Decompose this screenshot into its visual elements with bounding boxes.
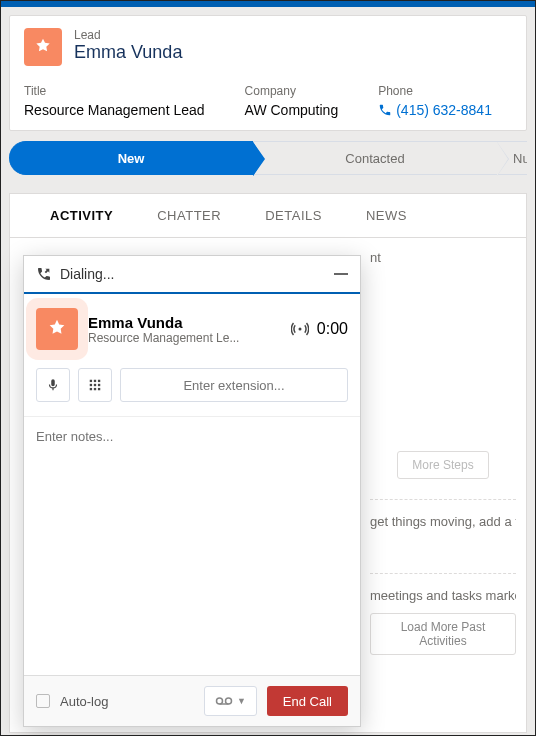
field-label-title: Title [24, 84, 205, 98]
voicemail-icon [215, 696, 233, 706]
callee-avatar [36, 308, 78, 350]
dialer-status: Dialing... [60, 266, 114, 282]
callee-name: Emma Vunda [88, 314, 239, 331]
end-call-button[interactable]: End Call [267, 686, 348, 716]
field-value-company: AW Computing [245, 102, 339, 118]
svg-rect-4 [94, 384, 96, 386]
record-name: Emma Vunda [74, 42, 182, 63]
svg-rect-3 [90, 384, 92, 386]
broadcast-icon [291, 320, 309, 338]
field-label-company: Company [245, 84, 339, 98]
extension-input[interactable] [120, 368, 348, 402]
bg-row-1: get things moving, add a task o [370, 499, 516, 533]
svg-point-9 [216, 698, 222, 704]
callee-title: Resource Management Le... [88, 331, 239, 345]
keypad-icon [88, 378, 102, 392]
phone-link[interactable]: (415) 632-8841 [378, 102, 492, 118]
svg-rect-5 [98, 384, 100, 386]
phone-out-icon [36, 266, 52, 282]
record-type-label: Lead [74, 28, 182, 42]
record-highlights: Lead Emma Vunda Title Resource Managemen… [9, 15, 527, 131]
keypad-button[interactable] [78, 368, 112, 402]
autolog-label: Auto-log [60, 694, 108, 709]
lead-icon [24, 28, 62, 66]
path-stage-contacted[interactable]: Contacted [253, 141, 497, 175]
microphone-icon [46, 378, 60, 392]
bg-text-nt: nt [370, 250, 516, 265]
field-label-phone: Phone [378, 84, 492, 98]
voicemail-dropdown[interactable]: ▼ [204, 686, 257, 716]
tab-details[interactable]: DETAILS [243, 194, 344, 237]
tab-activity[interactable]: ACTIVITY [28, 194, 135, 237]
svg-rect-1 [94, 380, 96, 382]
dialer-popup: Dialing... Emma Vunda Resource Managemen… [23, 255, 361, 727]
call-timer: 0:00 [317, 320, 348, 338]
svg-point-10 [225, 698, 231, 704]
notes-textarea[interactable] [36, 429, 348, 663]
bg-row-2: meetings and tasks marked a [370, 573, 516, 607]
field-value-title: Resource Management Lead [24, 102, 205, 118]
autolog-checkbox[interactable] [36, 694, 50, 708]
chevron-down-icon: ▼ [237, 696, 246, 706]
svg-rect-8 [98, 388, 100, 390]
tab-news[interactable]: NEWS [344, 194, 429, 237]
svg-rect-2 [98, 380, 100, 382]
svg-rect-7 [94, 388, 96, 390]
mute-button[interactable] [36, 368, 70, 402]
svg-rect-0 [90, 380, 92, 382]
svg-rect-6 [90, 388, 92, 390]
phone-icon [378, 103, 392, 117]
tab-chatter[interactable]: CHATTER [135, 194, 243, 237]
more-steps-button[interactable]: More Steps [397, 451, 488, 479]
load-more-button[interactable]: Load More Past Activities [370, 613, 516, 655]
minimize-button[interactable] [334, 273, 348, 275]
path-stage-new[interactable]: New [9, 141, 253, 175]
sales-path: New Contacted Nu [9, 141, 527, 175]
